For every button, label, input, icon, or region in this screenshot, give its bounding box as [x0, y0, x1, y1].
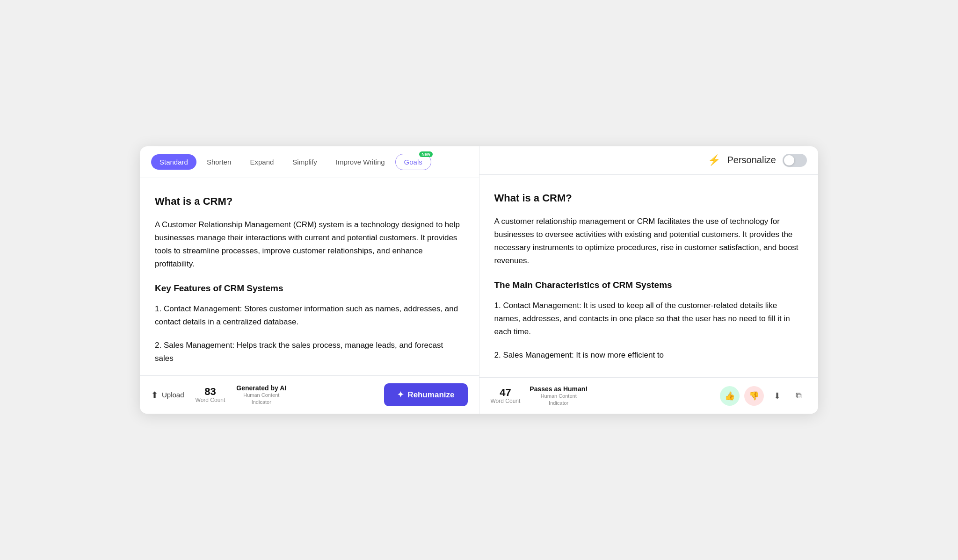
ai-indicator: Generated by AI Human Content Indicator — [236, 384, 286, 405]
sparkle-icon: ✦ — [397, 390, 404, 400]
left-panel: Standard Shorten Expand Simplify Improve… — [140, 146, 479, 414]
right-footer: 47 Word Count Passes as Human! Human Con… — [479, 377, 819, 414]
left-paragraph3: 2. Sales Management: Helps track the sal… — [155, 339, 464, 365]
tab-shorten[interactable]: Shorten — [198, 154, 240, 170]
thumbs-down-button[interactable]: 👎 — [744, 386, 764, 406]
right-heading1: What is a CRM? — [494, 190, 804, 207]
copy-icon: ⧉ — [796, 391, 802, 401]
personalize-toggle[interactable] — [783, 154, 807, 167]
tab-simplify[interactable]: Simplify — [284, 154, 326, 170]
left-paragraph2: 1. Contact Management: Stores customer i… — [155, 302, 464, 329]
rehumanize-button[interactable]: ✦ Rehumanize — [384, 383, 467, 406]
right-word-count-num: 47 — [500, 388, 511, 398]
right-panel: ⚡ Personalize What is a CRM? A customer … — [479, 146, 819, 414]
thumbs-up-icon: 👍 — [725, 391, 735, 401]
download-icon: ⬇ — [774, 391, 781, 401]
right-paragraph2: 1. Contact Management: It is used to kee… — [494, 299, 804, 338]
tab-expand[interactable]: Expand — [241, 154, 282, 170]
tab-improve-writing[interactable]: Improve Writing — [327, 154, 393, 170]
main-container: Standard Shorten Expand Simplify Improve… — [140, 146, 818, 414]
toggle-knob — [784, 155, 794, 165]
rehumanize-label: Rehumanize — [407, 390, 454, 400]
left-paragraph1: A Customer Relationship Management (CRM)… — [155, 218, 464, 271]
tab-standard[interactable]: Standard — [151, 154, 196, 170]
tab-goals[interactable]: Goals New — [395, 154, 431, 170]
upload-button[interactable]: ⬆ Upload — [151, 390, 184, 400]
ai-sub-label: Human Content Indicator — [243, 392, 279, 405]
right-word-count-label: Word Count — [491, 398, 521, 404]
left-toolbar: Standard Shorten Expand Simplify Improve… — [140, 146, 479, 178]
right-content: What is a CRM? A customer relationship m… — [479, 175, 819, 377]
left-word-count-num: 83 — [204, 387, 216, 397]
thumbs-up-button[interactable]: 👍 — [720, 386, 740, 406]
left-heading2: Key Features of CRM Systems — [155, 281, 464, 295]
copy-button[interactable]: ⧉ — [790, 388, 807, 404]
upload-icon: ⬆ — [151, 390, 158, 400]
thumbs-down-icon: 👎 — [749, 391, 759, 401]
right-toolbar: ⚡ Personalize — [479, 146, 819, 175]
right-paragraph3: 2. Sales Management: It is now more effi… — [494, 349, 804, 362]
action-buttons: 👍 👎 ⬇ ⧉ — [720, 386, 807, 406]
passes-indicator: Passes as Human! Human Content Indicator — [530, 385, 588, 406]
passes-main-label: Passes as Human! — [530, 385, 588, 393]
left-footer: ⬆ Upload 83 Word Count Generated by AI H… — [140, 375, 479, 414]
left-content: What is a CRM? A Customer Relationship M… — [140, 178, 479, 375]
ai-main-label: Generated by AI — [236, 384, 286, 392]
right-heading2: The Main Characteristics of CRM Systems — [494, 278, 804, 292]
right-paragraph1: A customer relationship management or CR… — [494, 215, 804, 267]
upload-label: Upload — [162, 391, 184, 399]
download-button[interactable]: ⬇ — [769, 388, 785, 404]
lightning-icon: ⚡ — [708, 154, 720, 166]
left-word-count: 83 Word Count — [196, 387, 225, 403]
right-word-count: 47 Word Count — [491, 388, 521, 404]
left-heading1: What is a CRM? — [155, 193, 464, 210]
personalize-label: Personalize — [727, 155, 776, 165]
passes-sub-label: Human Content Indicator — [541, 393, 577, 406]
left-word-count-label: Word Count — [196, 397, 225, 403]
goals-badge: New — [419, 151, 433, 157]
